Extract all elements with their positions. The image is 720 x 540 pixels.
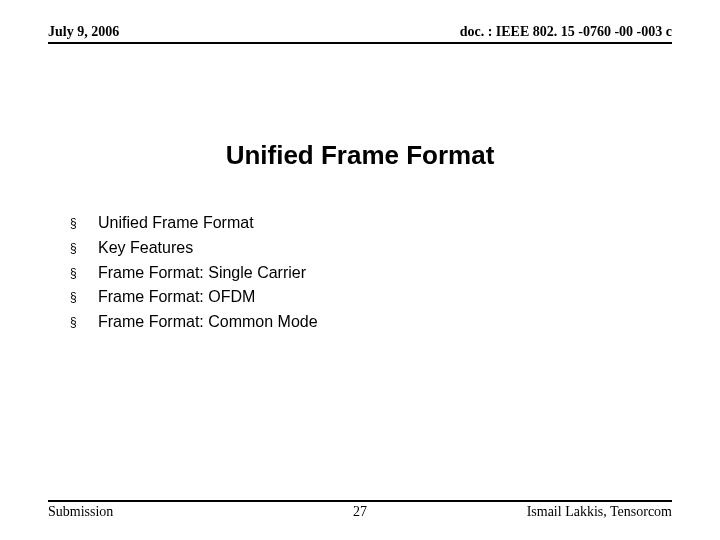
footer-bar: Submission 27 Ismail Lakkis, Tensorcom bbox=[48, 500, 672, 520]
bullet-text: Key Features bbox=[98, 236, 193, 261]
bullet-list: § Unified Frame Format § Key Features § … bbox=[48, 211, 672, 335]
footer-author: Ismail Lakkis, Tensorcom bbox=[527, 504, 672, 520]
list-item: § Unified Frame Format bbox=[70, 211, 672, 236]
bullet-icon: § bbox=[70, 285, 80, 309]
bullet-icon: § bbox=[70, 310, 80, 334]
footer-page-number: 27 bbox=[353, 504, 367, 520]
list-item: § Frame Format: OFDM bbox=[70, 285, 672, 310]
list-item: § Key Features bbox=[70, 236, 672, 261]
list-item: § Frame Format: Single Carrier bbox=[70, 261, 672, 286]
header-bar: July 9, 2006 doc. : IEEE 802. 15 -0760 -… bbox=[48, 24, 672, 44]
slide-title: Unified Frame Format bbox=[48, 140, 672, 171]
bullet-text: Unified Frame Format bbox=[98, 211, 254, 236]
list-item: § Frame Format: Common Mode bbox=[70, 310, 672, 335]
bullet-icon: § bbox=[70, 236, 80, 260]
bullet-text: Frame Format: Single Carrier bbox=[98, 261, 306, 286]
bullet-text: Frame Format: OFDM bbox=[98, 285, 255, 310]
slide: July 9, 2006 doc. : IEEE 802. 15 -0760 -… bbox=[0, 0, 720, 540]
header-docref: doc. : IEEE 802. 15 -0760 -00 -003 c bbox=[460, 24, 672, 40]
bullet-text: Frame Format: Common Mode bbox=[98, 310, 318, 335]
header-date: July 9, 2006 bbox=[48, 24, 119, 40]
footer-left: Submission bbox=[48, 504, 113, 520]
bullet-icon: § bbox=[70, 211, 80, 235]
bullet-icon: § bbox=[70, 261, 80, 285]
